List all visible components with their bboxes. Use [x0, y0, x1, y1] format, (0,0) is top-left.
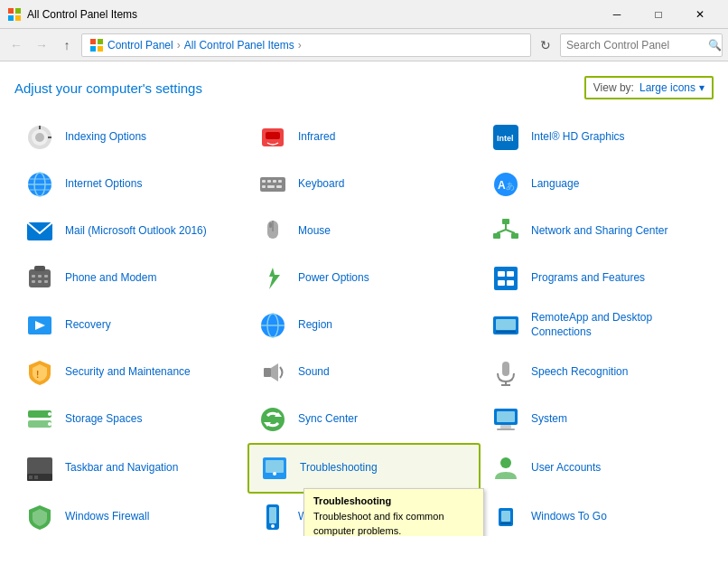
address-bar: ← → ↑ Control Panel › All Control Panel …	[0, 29, 728, 61]
items-grid: Indexing OptionsInfraredIntelIntel® HD G…	[14, 114, 714, 536]
troubleshooting-tooltip: TroubleshootingTroubleshoot and fix comm…	[303, 488, 484, 536]
cp-item-troubleshooting[interactable]: TroubleshootingTroubleshootingTroublesho…	[247, 443, 481, 494]
svg-rect-44	[34, 266, 45, 271]
system-label: System	[531, 412, 567, 427]
svg-point-91	[271, 524, 275, 528]
forward-button[interactable]: →	[31, 34, 52, 56]
svg-rect-62	[496, 319, 516, 330]
cp-item-region[interactable]: Region	[247, 302, 481, 349]
up-button[interactable]: ↑	[56, 34, 78, 56]
indexing-options-icon	[23, 121, 56, 154]
svg-rect-50	[44, 280, 48, 283]
svg-rect-1	[15, 8, 21, 14]
cp-item-sound[interactable]: Sound	[247, 349, 481, 396]
svg-rect-67	[502, 362, 509, 376]
svg-rect-63	[496, 331, 516, 333]
cp-item-taskbar-navigation[interactable]: Taskbar and Navigation	[14, 443, 247, 494]
cp-item-sync-center[interactable]: Sync Center	[247, 396, 481, 443]
cp-item-recovery[interactable]: Recovery	[14, 302, 247, 349]
cp-item-user-accounts[interactable]: User Accounts	[481, 443, 714, 494]
svg-rect-27	[262, 185, 266, 188]
svg-line-41	[497, 230, 506, 233]
refresh-button[interactable]: ↻	[535, 34, 556, 56]
cp-item-remoteapp[interactable]: RemoteApp and Desktop Connections	[481, 302, 714, 349]
window-title: All Control Panel Items	[27, 8, 596, 21]
cp-item-network-sharing[interactable]: Network and Sharing Center	[481, 208, 714, 255]
cp-item-internet-options[interactable]: Internet Options	[14, 161, 247, 208]
speech-recognition-label: Speech Recognition	[531, 365, 628, 380]
keyboard-icon	[257, 168, 289, 201]
keyboard-label: Keyboard	[298, 177, 344, 192]
svg-rect-53	[507, 271, 514, 277]
view-by-value: Large icons	[639, 81, 695, 94]
windows-to-go-icon	[490, 501, 522, 533]
svg-marker-66	[271, 363, 278, 381]
cp-item-mail-outlook[interactable]: Mail (Microsoft Outlook 2016)	[14, 208, 247, 255]
programs-features-label: Programs and Features	[531, 271, 645, 286]
svg-rect-55	[507, 280, 514, 286]
view-by-button[interactable]: Large icons ▾	[639, 81, 705, 94]
search-button[interactable]: 🔍	[707, 33, 722, 57]
sound-label: Sound	[298, 365, 330, 380]
close-button[interactable]: ✕	[679, 0, 721, 29]
cp-item-windows-to-go[interactable]: Windows To Go	[481, 494, 714, 536]
svg-rect-5	[98, 39, 103, 44]
svg-rect-48	[32, 280, 35, 283]
back-button[interactable]: ←	[5, 34, 27, 56]
app-icon	[7, 7, 22, 22]
adjust-header: Adjust your computer's settings View by:…	[14, 76, 714, 99]
search-box: 🔍	[560, 33, 723, 57]
breadcrumb-control-panel[interactable]: Control Panel	[107, 39, 173, 52]
svg-rect-3	[15, 15, 21, 21]
security-maintenance-label: Security and Maintenance	[65, 365, 191, 380]
cp-item-storage-spaces[interactable]: Storage Spaces	[14, 396, 247, 443]
sync-center-label: Sync Center	[298, 412, 358, 427]
cp-item-language[interactable]: AあLanguage	[481, 161, 714, 208]
svg-rect-4	[90, 39, 96, 44]
cp-item-phone-modem[interactable]: Phone and Modem	[14, 255, 247, 302]
maximize-button[interactable]: □	[638, 0, 679, 29]
cp-item-keyboard[interactable]: Keyboard	[247, 161, 481, 208]
windows-firewall-icon	[23, 501, 56, 533]
svg-rect-52	[498, 271, 505, 277]
breadcrumb: Control Panel › All Control Panel Items …	[81, 33, 531, 57]
svg-rect-79	[500, 425, 511, 428]
cp-item-speech-recognition[interactable]: Speech Recognition	[481, 349, 714, 396]
cp-item-mouse[interactable]: Mouse	[247, 208, 481, 255]
cp-item-infrared[interactable]: Infrared	[247, 114, 481, 161]
indexing-options-label: Indexing Options	[65, 130, 146, 145]
user-accounts-label: User Accounts	[531, 461, 601, 476]
svg-rect-37	[502, 219, 509, 224]
svg-point-74	[261, 408, 285, 431]
region-label: Region	[298, 318, 332, 333]
cp-item-intel-hd-graphics[interactable]: IntelIntel® HD Graphics	[481, 114, 714, 161]
cp-item-indexing-options[interactable]: Indexing Options	[14, 114, 247, 161]
mail-outlook-icon	[23, 215, 56, 248]
cp-item-system[interactable]: System	[481, 396, 714, 443]
view-by-container: View by: Large icons ▾	[584, 76, 714, 99]
programs-features-icon	[490, 262, 522, 295]
cp-item-power-options[interactable]: Power Options	[247, 255, 481, 302]
view-by-label: View by:	[593, 81, 634, 94]
minimize-button[interactable]: ─	[596, 0, 638, 29]
recovery-label: Recovery	[65, 318, 111, 333]
network-sharing-icon	[490, 215, 522, 248]
sound-icon	[257, 356, 289, 389]
breadcrumb-all-items[interactable]: All Control Panel Items	[184, 39, 294, 52]
cp-item-windows-firewall[interactable]: Windows Firewall	[14, 494, 247, 536]
window-controls: ─ □ ✕	[596, 0, 721, 29]
cp-item-security-maintenance[interactable]: !Security and Maintenance	[14, 349, 247, 396]
svg-rect-83	[29, 476, 33, 479]
svg-rect-6	[90, 46, 96, 52]
svg-text:!: !	[36, 370, 39, 380]
taskbar-navigation-label: Taskbar and Navigation	[65, 461, 178, 476]
svg-rect-94	[500, 523, 511, 524]
svg-rect-23	[262, 180, 266, 183]
search-input[interactable]	[561, 39, 707, 52]
system-icon	[490, 403, 522, 436]
recovery-icon	[23, 309, 56, 342]
windows-to-go-label: Windows To Go	[531, 510, 607, 524]
control-panel-icon	[89, 38, 104, 52]
mouse-icon	[257, 215, 289, 248]
cp-item-programs-features[interactable]: Programs and Features	[481, 255, 714, 302]
